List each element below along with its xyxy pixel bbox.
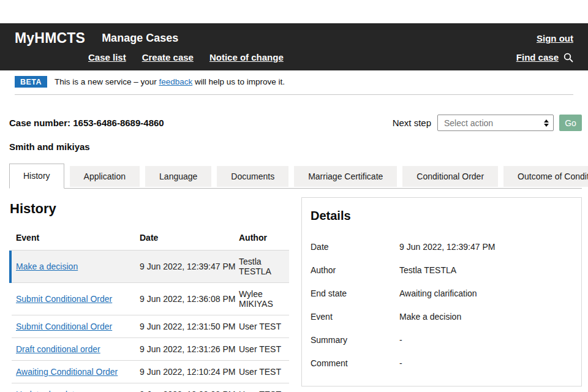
case-name: Smith and mikiyas: [9, 141, 582, 152]
brand-logo: MyHMCTS: [15, 30, 85, 47]
detail-value: -: [399, 358, 402, 368]
detail-row-comment: Comment -: [311, 353, 573, 374]
detail-label: Summary: [311, 335, 399, 345]
detail-row-author: Author Testla TESTLA: [311, 260, 573, 281]
detail-value: Awaiting clarification: [399, 288, 477, 298]
detail-value: -: [399, 335, 402, 345]
tab-outcome-of-conditional-order[interactable]: Outcome of Conditional Order: [503, 166, 588, 187]
phase-text-before: This is a new service – your: [55, 77, 159, 86]
column-header-author: Author: [236, 229, 289, 251]
event-date: 9 Jun 2022, 12:31:26 PM: [137, 338, 236, 361]
site-header: MyHMCTS Manage Cases Sign out Case list …: [0, 23, 588, 70]
event-author: User TEST: [236, 315, 289, 338]
search-icon[interactable]: [564, 53, 573, 62]
phase-banner: BETA This is a new service – your feedba…: [15, 70, 573, 95]
detail-row-summary: Summary -: [311, 330, 573, 350]
go-button[interactable]: Go: [559, 115, 582, 131]
tab-documents[interactable]: Documents: [217, 166, 288, 187]
history-table: Event Date Author Make a decision 9 Jun …: [9, 229, 289, 392]
main-content: Case number: 1653-6486-8689-4860 Next st…: [0, 115, 588, 392]
column-header-date: Date: [137, 229, 236, 251]
tab-conditional-order[interactable]: Conditional Order: [402, 166, 498, 187]
event-link[interactable]: Make a decision: [16, 262, 78, 271]
tab-marriage-certificate[interactable]: Marriage Certificate: [294, 166, 397, 187]
event-link[interactable]: Draft conditional order: [16, 344, 100, 354]
app-title: Manage Cases: [102, 32, 178, 45]
event-author: Wylee MIKIYAS: [236, 283, 289, 315]
event-author: Testla TESTLA: [236, 251, 289, 283]
nav-notice-of-change[interactable]: Notice of change: [209, 52, 284, 62]
event-link[interactable]: Update due date: [16, 390, 80, 392]
next-step-group: Next step Select action Go: [393, 115, 582, 131]
next-step-label: Next step: [393, 118, 431, 128]
event-author: User TEST: [236, 383, 289, 392]
tab-bar: History Application Language Documents M…: [9, 164, 582, 189]
detail-row-end-state: End state Awaiting clarification: [311, 283, 573, 304]
detail-label: Event: [311, 312, 399, 322]
phase-banner-text: This is a new service – your feedback wi…: [55, 77, 285, 86]
event-date: 9 Jun 2022, 12:31:50 PM: [137, 315, 236, 338]
history-section: History Event Date Author Make a decisio…: [9, 197, 289, 392]
detail-row-event: Event Make a decision: [311, 306, 573, 327]
details-panel: Details Date 9 Jun 2022, 12:39:47 PM Aut…: [301, 197, 582, 386]
column-header-event: Event: [10, 229, 137, 251]
table-row[interactable]: Awaiting Conditional Order 9 Jun 2022, 1…: [10, 361, 289, 383]
top-whitespace: [0, 0, 588, 23]
tab-language[interactable]: Language: [145, 166, 211, 187]
tab-history[interactable]: History: [9, 164, 64, 189]
event-author: User TEST: [236, 361, 289, 383]
detail-label: Comment: [311, 358, 399, 368]
detail-row-date: Date 9 Jun 2022, 12:39:47 PM: [311, 236, 573, 257]
table-row[interactable]: Update due date 9 Jun 2022, 12:03:02 PM …: [10, 383, 289, 392]
event-date: 9 Jun 2022, 12:03:02 PM: [137, 383, 236, 392]
case-number: Case number: 1653-6486-8689-4860: [9, 118, 164, 128]
history-heading: History: [10, 201, 289, 217]
nav-create-case[interactable]: Create case: [142, 52, 194, 62]
table-row[interactable]: Draft conditional order 9 Jun 2022, 12:3…: [10, 338, 289, 361]
details-heading: Details: [311, 209, 573, 223]
detail-label: Date: [311, 242, 399, 252]
find-case-link[interactable]: Find case: [516, 52, 559, 62]
detail-label: End state: [311, 288, 399, 298]
table-row[interactable]: Make a decision 9 Jun 2022, 12:39:47 PM …: [10, 251, 289, 283]
next-step-select[interactable]: Select action: [437, 115, 554, 131]
nav-case-list[interactable]: Case list: [88, 52, 126, 62]
table-row[interactable]: Submit Conditional Order 9 Jun 2022, 12:…: [10, 283, 289, 315]
detail-value: Make a decision: [399, 312, 461, 322]
detail-value: Testla TESTLA: [399, 265, 456, 275]
beta-badge: BETA: [15, 76, 47, 88]
next-step-selected-value: Select action: [444, 118, 493, 128]
select-spinner-icon: [544, 119, 549, 127]
feedback-link[interactable]: feedback: [159, 77, 192, 86]
event-link[interactable]: Awaiting Conditional Order: [16, 367, 118, 377]
event-date: 9 Jun 2022, 12:36:08 PM: [137, 283, 236, 315]
event-date: 9 Jun 2022, 12:10:24 PM: [137, 361, 236, 383]
tab-application[interactable]: Application: [70, 166, 140, 187]
table-row[interactable]: Submit Conditional Order 9 Jun 2022, 12:…: [10, 315, 289, 338]
event-link[interactable]: Submit Conditional Order: [16, 294, 112, 304]
event-date: 9 Jun 2022, 12:39:47 PM: [137, 251, 236, 283]
detail-value: 9 Jun 2022, 12:39:47 PM: [399, 242, 495, 252]
phase-text-after: will help us to improve it.: [192, 77, 285, 86]
sign-out-link[interactable]: Sign out: [537, 33, 573, 43]
event-link[interactable]: Submit Conditional Order: [16, 322, 112, 331]
detail-label: Author: [311, 265, 399, 275]
event-author: User TEST: [236, 338, 289, 361]
